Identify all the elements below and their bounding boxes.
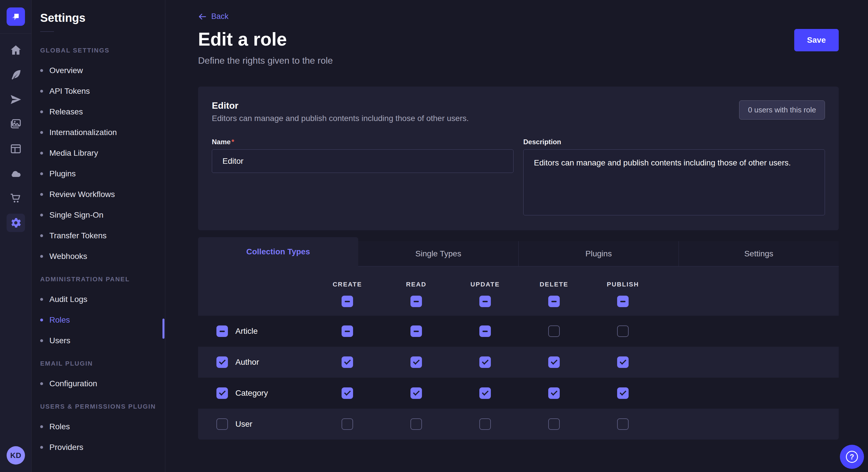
subnav-item-label: Plugins (50, 169, 76, 178)
subnav-item-review-workflows[interactable]: Review Workflows (40, 190, 165, 199)
main-content: Back Edit a role Save Define the rights … (165, 0, 868, 472)
subnav-item-releases[interactable]: Releases (40, 107, 165, 116)
subnav-item-transfer-tokens[interactable]: Transfer Tokens (40, 231, 165, 240)
back-link[interactable]: Back (198, 12, 228, 21)
save-button[interactable]: Save (794, 29, 839, 51)
row-checkbox-author[interactable] (216, 357, 228, 368)
tab-plugins[interactable]: Plugins (518, 241, 679, 266)
subnav-item-api-tokens[interactable]: API Tokens (40, 87, 165, 96)
subnav-item-media-library[interactable]: Media Library (40, 149, 165, 158)
row-checkbox-category[interactable] (216, 387, 228, 399)
tab-settings[interactable]: Settings (679, 241, 839, 266)
subnav-item-single-sign-on[interactable]: Single Sign-On (40, 211, 165, 220)
article-read-checkbox[interactable] (410, 326, 422, 337)
row-label: Article (236, 327, 258, 336)
subnav-item-roles-admin[interactable]: Roles (40, 316, 165, 324)
table-row-author: Author (198, 347, 839, 378)
bullet-dot (40, 425, 43, 428)
subnav-item-configuration[interactable]: Configuration (40, 379, 165, 388)
subnav-item-label: Transfer Tokens (50, 231, 106, 240)
description-field-label: Description (523, 138, 825, 146)
user-publish-checkbox[interactable] (617, 418, 629, 430)
subnav-item-overview[interactable]: Overview (40, 66, 165, 75)
paper-plane-icon[interactable] (7, 90, 25, 109)
settings-gear-icon[interactable] (7, 214, 25, 232)
article-update-checkbox[interactable] (479, 326, 491, 337)
subnav-item-label: Webhooks (50, 252, 87, 261)
feather-pen-icon[interactable] (7, 66, 25, 84)
subnav-item-plugins[interactable]: Plugins (40, 169, 165, 178)
subnav-item-label: Single Sign-On (50, 210, 103, 220)
select-all-create-checkbox[interactable] (342, 296, 353, 307)
subnav-item-providers[interactable]: Providers (40, 443, 165, 452)
layout-icon[interactable] (7, 140, 25, 158)
author-read-checkbox[interactable] (410, 357, 422, 368)
user-create-checkbox[interactable] (342, 418, 353, 430)
select-all-read-checkbox[interactable] (410, 296, 422, 307)
help-button[interactable]: ? (840, 445, 864, 469)
tab-single-types[interactable]: Single Types (358, 241, 518, 266)
select-all-delete-checkbox[interactable] (548, 296, 560, 307)
role-name-input[interactable] (212, 149, 514, 173)
section-administration-panel: ADMINISTRATION PANEL (40, 276, 165, 283)
author-create-checkbox[interactable] (342, 357, 353, 368)
subnav-item-label: Internationalization (50, 128, 117, 137)
bullet-dot (40, 446, 43, 449)
subnav-item-label: Review Workflows (50, 190, 115, 199)
table-row-article: Article (198, 316, 839, 347)
column-label-read: READ (382, 281, 451, 288)
name-label-text: Name (212, 138, 230, 146)
tab-collection-types[interactable]: Collection Types (198, 237, 358, 266)
article-create-checkbox[interactable] (342, 326, 353, 337)
section-email-plugin: EMAIL PLUGIN (40, 360, 165, 367)
category-delete-checkbox[interactable] (548, 387, 560, 399)
row-label: Author (236, 358, 259, 367)
table-row-user: User (198, 409, 839, 440)
rail-divider (0, 33, 31, 34)
subnav-item-internationalization[interactable]: Internationalization (40, 128, 165, 137)
subnav-item-label: Roles (50, 315, 70, 325)
role-description-textarea[interactable]: Editors can manage and publish contents … (523, 149, 825, 215)
category-create-checkbox[interactable] (342, 387, 353, 399)
subnav-item-label: Users (50, 336, 70, 345)
author-update-checkbox[interactable] (479, 357, 491, 368)
column-label-update: UPDATE (451, 281, 520, 288)
user-update-checkbox[interactable] (479, 418, 491, 430)
author-delete-checkbox[interactable] (548, 357, 560, 368)
question-mark-icon: ? (846, 451, 858, 463)
select-all-publish-checkbox[interactable] (617, 296, 629, 307)
section-users-permissions-plugin: USERS & PERMISSIONS PLUGIN (40, 403, 165, 410)
subnav-item-label: Roles (50, 422, 70, 431)
bullet-dot (40, 110, 43, 113)
name-field-group: Name* (212, 138, 514, 216)
row-checkbox-article[interactable] (216, 326, 228, 337)
subnav-item-audit-logs[interactable]: Audit Logs (40, 295, 165, 304)
cloud-icon[interactable] (7, 164, 25, 183)
back-arrow-icon (198, 12, 207, 21)
subnav-scrollbar-thumb[interactable] (162, 318, 164, 339)
description-field-group: Description Editors can manage and publi… (523, 138, 825, 216)
subnav-item-label: Audit Logs (50, 295, 87, 304)
author-publish-checkbox[interactable] (617, 357, 629, 368)
row-checkbox-user[interactable] (216, 418, 228, 430)
article-delete-checkbox[interactable] (548, 326, 560, 337)
subnav-item-webhooks[interactable]: Webhooks (40, 252, 165, 261)
subnav-item-users[interactable]: Users (40, 336, 165, 345)
users-with-role-button[interactable]: 0 users with this role (739, 100, 825, 120)
category-read-checkbox[interactable] (410, 387, 422, 399)
home-icon[interactable] (7, 41, 25, 59)
marketplace-cart-icon[interactable] (7, 189, 25, 207)
required-asterisk: * (231, 138, 234, 146)
category-update-checkbox[interactable] (479, 387, 491, 399)
user-delete-checkbox[interactable] (548, 418, 560, 430)
bullet-dot (40, 298, 43, 301)
strapi-logo[interactable] (7, 7, 25, 26)
subnav-item-roles-up[interactable]: Roles (40, 423, 165, 431)
media-library-icon[interactable] (7, 115, 25, 133)
user-read-checkbox[interactable] (410, 418, 422, 430)
subnav-item-label: Configuration (50, 379, 97, 388)
select-all-update-checkbox[interactable] (479, 296, 491, 307)
article-publish-checkbox[interactable] (617, 326, 629, 337)
user-avatar[interactable]: KD (7, 446, 25, 465)
category-publish-checkbox[interactable] (617, 387, 629, 399)
